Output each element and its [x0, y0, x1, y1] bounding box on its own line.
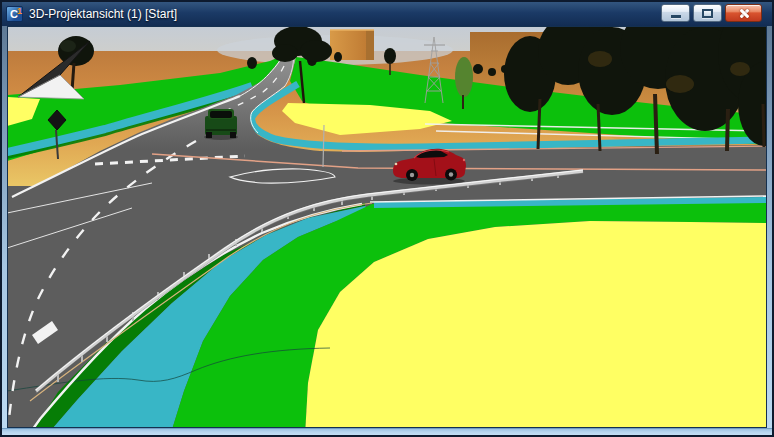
3d-viewport[interactable] [7, 26, 767, 428]
app-icon-digit: 1 [17, 4, 22, 18]
close-button[interactable] [725, 4, 762, 22]
app-icon: C 1 [6, 6, 23, 22]
window-frame-bottom [2, 428, 772, 435]
close-icon [738, 8, 750, 19]
minimize-button[interactable] [661, 4, 690, 22]
app-window: C 1 3D-Projektansicht (1) [Start] [0, 0, 774, 437]
maximize-icon [702, 9, 713, 18]
green-tree [455, 57, 473, 97]
window-frame-right [767, 26, 772, 428]
green-car-rear-window [210, 111, 232, 118]
window-title: 3D-Projektansicht (1) [Start] [29, 7, 177, 21]
maximize-button[interactable] [693, 4, 722, 22]
window-controls [661, 4, 762, 22]
title-bar[interactable]: C 1 3D-Projektansicht (1) [Start] [2, 2, 772, 26]
green-car [204, 109, 238, 140]
minimize-icon [671, 15, 681, 18]
